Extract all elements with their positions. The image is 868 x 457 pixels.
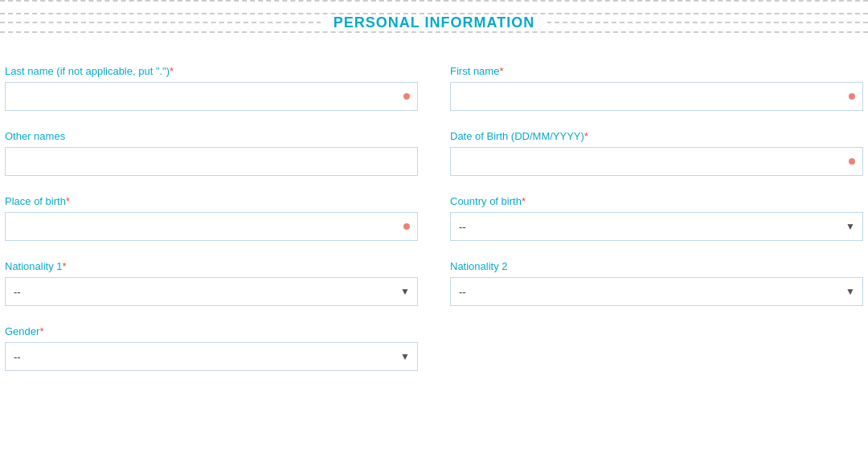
other-names-input[interactable] — [5, 147, 418, 176]
nationality-2-select[interactable]: -- — [450, 277, 863, 306]
select-wrapper-country-of-birth: -- ▼ — [450, 212, 863, 241]
label-last-name: Last name (if not applicable, put ".")* — [5, 65, 418, 77]
group-other-names: Other names — [5, 130, 418, 176]
label-first-name: First name* — [450, 65, 863, 77]
required-indicator-dob — [849, 158, 855, 165]
input-wrapper-dob — [450, 147, 863, 176]
input-wrapper-first-name — [450, 82, 863, 111]
group-nationality-2: Nationality 2 -- ▼ — [450, 260, 863, 306]
page-container: PERSONAL INFORMATION Last name (if not a… — [0, 0, 868, 457]
select-wrapper-gender: -- ▼ — [5, 342, 418, 371]
input-wrapper-other-names — [5, 147, 418, 176]
label-place-of-birth: Place of birth* — [5, 195, 418, 207]
required-indicator-last-name — [403, 93, 410, 100]
label-nationality-2: Nationality 2 — [450, 260, 863, 272]
label-nationality-1: Nationality 1* — [5, 260, 418, 272]
row-name: Last name (if not applicable, put ".")* … — [5, 65, 863, 111]
label-gender: Gender* — [5, 325, 418, 337]
required-indicator-pob — [403, 223, 410, 230]
nationality-1-select[interactable]: -- — [5, 277, 418, 306]
group-gender: Gender* -- ▼ — [5, 325, 418, 371]
form-section: Last name (if not applicable, put ".")* … — [0, 41, 868, 406]
input-wrapper-last-name — [5, 82, 418, 111]
group-place-of-birth: Place of birth* — [5, 195, 418, 241]
label-country-of-birth: Country of birth* — [450, 195, 863, 207]
group-empty — [450, 325, 863, 371]
label-other-names: Other names — [5, 130, 418, 142]
input-wrapper-place-of-birth — [5, 212, 418, 241]
group-country-of-birth: Country of birth* -- ▼ — [450, 195, 863, 241]
select-wrapper-nationality-1: -- ▼ — [5, 277, 418, 306]
group-date-of-birth: Date of Birth (DD/MM/YYYY)* — [450, 130, 863, 176]
select-wrapper-nationality-2: -- ▼ — [450, 277, 863, 306]
gender-select[interactable]: -- — [5, 342, 418, 371]
row-nationality: Nationality 1* -- ▼ Nationality 2 -- — [5, 260, 863, 306]
group-nationality-1: Nationality 1* -- ▼ — [5, 260, 418, 306]
header-divider-right — [0, 31, 868, 33]
country-of-birth-select[interactable]: -- — [450, 212, 863, 241]
label-date-of-birth: Date of Birth (DD/MM/YYYY)* — [450, 130, 863, 142]
required-indicator-first-name — [849, 93, 855, 100]
first-name-input[interactable] — [450, 82, 863, 111]
group-last-name: Last name (if not applicable, put ".")* — [5, 65, 418, 111]
page-title: PERSONAL INFORMATION — [321, 14, 547, 31]
date-of-birth-input[interactable] — [450, 147, 863, 176]
last-name-input[interactable] — [5, 82, 418, 111]
row-birth: Place of birth* Country of birth* -- ▼ — [5, 195, 863, 241]
row-gender: Gender* -- ▼ — [5, 325, 863, 371]
group-first-name: First name* — [450, 65, 863, 111]
place-of-birth-input[interactable] — [5, 212, 418, 241]
section-header: PERSONAL INFORMATION — [0, 0, 868, 41]
row-other-dob: Other names Date of Birth (DD/MM/YYYY)* — [5, 130, 863, 176]
